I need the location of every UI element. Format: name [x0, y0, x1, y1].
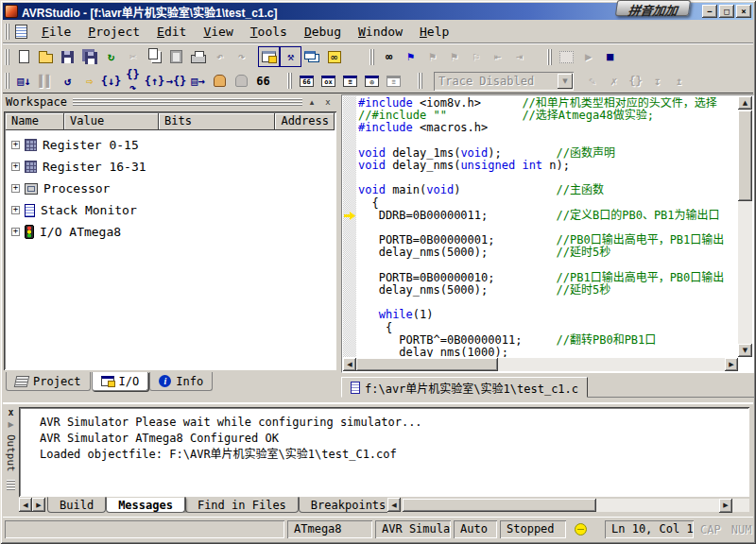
- tree-item-register-0-15[interactable]: Register 0-15: [11, 134, 335, 156]
- toggle-bookmark-button[interactable]: ⚑: [400, 46, 421, 67]
- expand-icon[interactable]: [11, 162, 20, 171]
- scroll-up-icon[interactable]: ▲: [738, 96, 752, 110]
- stop-button[interactable]: ■: [599, 46, 621, 67]
- tab-io[interactable]: I/O: [92, 372, 149, 391]
- tab-breakpoints[interactable]: Breakpoints: [299, 497, 387, 513]
- workspace-toggle-button[interactable]: [258, 46, 280, 67]
- copy-button[interactable]: [144, 46, 165, 67]
- menu-view[interactable]: View: [195, 22, 241, 42]
- show-next-statement-button[interactable]: ▤→: [187, 71, 209, 92]
- tab-build[interactable]: Build: [47, 497, 106, 513]
- close-button[interactable]: ×: [736, 5, 751, 18]
- trace-window-button[interactable]: [556, 46, 577, 67]
- find-button[interactable]: ∞: [378, 46, 400, 67]
- tree-item-register-16-31[interactable]: Register 16-31: [11, 156, 335, 178]
- menu-help[interactable]: Help: [411, 22, 457, 42]
- output-window-button[interactable]: ≡: [383, 71, 404, 92]
- find-in-files-button[interactable]: ∞: [323, 46, 345, 67]
- expand-arrow-icon[interactable]: ▶: [8, 420, 13, 429]
- editor-vscrollbar[interactable]: ▲ ▼: [738, 96, 752, 357]
- scroll-right-icon[interactable]: ▶: [719, 499, 732, 513]
- menubar-grip[interactable]: [5, 24, 9, 40]
- clear-bookmarks-button[interactable]: ⚐: [465, 46, 487, 67]
- watch-window-button[interactable]: 66: [296, 71, 318, 92]
- tab-scroll-left-icon[interactable]: ◀: [387, 498, 401, 512]
- undo-button[interactable]: ↶: [209, 46, 231, 67]
- open-file-button[interactable]: [35, 46, 57, 67]
- scroll-down-icon[interactable]: ▼: [738, 344, 752, 357]
- tab-find-in-files[interactable]: Find in Files: [185, 497, 299, 513]
- reload-button[interactable]: ↻: [100, 46, 122, 67]
- menu-project[interactable]: Project: [79, 22, 148, 42]
- file-tab[interactable]: f:\avr单片机实验室\实验1\test_c1.c: [341, 377, 588, 398]
- close-panel-button[interactable]: x: [321, 96, 335, 109]
- minimize-button[interactable]: −: [702, 5, 717, 18]
- column-value[interactable]: Value: [64, 113, 159, 130]
- next-bookmark-button[interactable]: ⚑: [421, 46, 443, 67]
- build-button[interactable]: ⚒: [280, 46, 301, 67]
- save-all-button[interactable]: [78, 46, 100, 67]
- auto-step-button[interactable]: ▤↓: [13, 71, 35, 92]
- tab-scroll-right-icon[interactable]: ▶: [32, 498, 45, 512]
- indent-button[interactable]: ⇥: [508, 46, 530, 67]
- trace-down-button[interactable]: ↧: [646, 71, 668, 92]
- pause-button[interactable]: ▌▌: [35, 71, 57, 92]
- save-button[interactable]: [57, 46, 78, 67]
- expand-icon[interactable]: [11, 228, 20, 236]
- expand-icon[interactable]: [11, 184, 20, 193]
- toolbar-grip[interactable]: [547, 49, 552, 65]
- reset-button[interactable]: ↺: [57, 71, 78, 92]
- workspace-grip[interactable]: [73, 98, 302, 107]
- toolbar-grip[interactable]: [287, 73, 292, 89]
- tab-info[interactable]: i Info: [149, 372, 213, 391]
- toolbar-grip[interactable]: [5, 73, 9, 89]
- paste-button[interactable]: [165, 46, 187, 67]
- expand-icon[interactable]: [11, 141, 20, 149]
- memory-window-button[interactable]: ≡: [339, 71, 361, 92]
- editor-hscrollbar[interactable]: ◀ ▶: [343, 358, 738, 371]
- new-file-button[interactable]: [13, 46, 35, 67]
- step-into-button[interactable]: {↓}: [100, 71, 122, 92]
- menu-edit[interactable]: Edit: [148, 22, 195, 42]
- print-button[interactable]: [187, 46, 209, 67]
- step-over-button[interactable]: {}↷: [122, 71, 144, 92]
- close-output-button[interactable]: x: [5, 406, 17, 418]
- trace-mode-dropdown[interactable]: Trace Disabled ▼: [434, 72, 574, 91]
- restore-button[interactable]: □: [719, 5, 734, 18]
- hscroll-thumb[interactable]: [356, 358, 498, 371]
- toolbar-grip[interactable]: [5, 49, 9, 65]
- run-button[interactable]: ▶: [577, 46, 599, 67]
- vscroll-thumb[interactable]: [738, 110, 752, 201]
- column-name[interactable]: Name: [6, 113, 64, 130]
- hscroll-thumb[interactable]: [403, 499, 596, 512]
- output-grip[interactable]: [7, 480, 15, 491]
- tree-item-stack-monitor[interactable]: Stack Monitor: [11, 199, 335, 221]
- tree-item-io-atmega8[interactable]: I/O ATmega8: [11, 221, 335, 243]
- redo-button[interactable]: ↷: [231, 46, 252, 67]
- break-button[interactable]: [209, 71, 231, 92]
- tree-item-processor[interactable]: Processor: [11, 178, 335, 199]
- cut-button[interactable]: ✂: [122, 46, 144, 67]
- cascade-windows-button[interactable]: [301, 46, 323, 67]
- expand-icon[interactable]: [11, 206, 20, 214]
- disassembler-window-button[interactable]: ◎: [361, 71, 383, 92]
- collapse-panel-button[interactable]: ▴: [305, 96, 318, 109]
- toolbar-grip[interactable]: [369, 49, 374, 65]
- step-out-button[interactable]: {↑}: [144, 71, 165, 92]
- toolbar-grip[interactable]: [418, 73, 422, 89]
- tab-messages[interactable]: Messages: [106, 497, 185, 513]
- menu-debug[interactable]: Debug: [296, 22, 350, 42]
- step-button[interactable]: ⇨: [78, 71, 100, 92]
- code-area[interactable]: #include <iom8v.h> //和单片机类型相对应的头文件，选择//#…: [358, 97, 738, 357]
- tab-scroll-left-icon[interactable]: ◀: [19, 498, 32, 512]
- menu-tools[interactable]: Tools: [242, 22, 296, 42]
- trace-braces-button[interactable]: {}: [625, 71, 646, 92]
- document-icon[interactable]: [15, 25, 27, 39]
- column-bits[interactable]: Bits: [159, 113, 275, 130]
- trace-remove-button[interactable]: ✗: [603, 71, 625, 92]
- trace-add-button[interactable]: ✎: [581, 71, 603, 92]
- break-all-button[interactable]: [231, 71, 252, 92]
- output-hscrollbar[interactable]: ▶: [403, 499, 749, 512]
- prev-bookmark-button[interactable]: ⚑: [443, 46, 465, 67]
- tab-project[interactable]: Project: [6, 372, 91, 391]
